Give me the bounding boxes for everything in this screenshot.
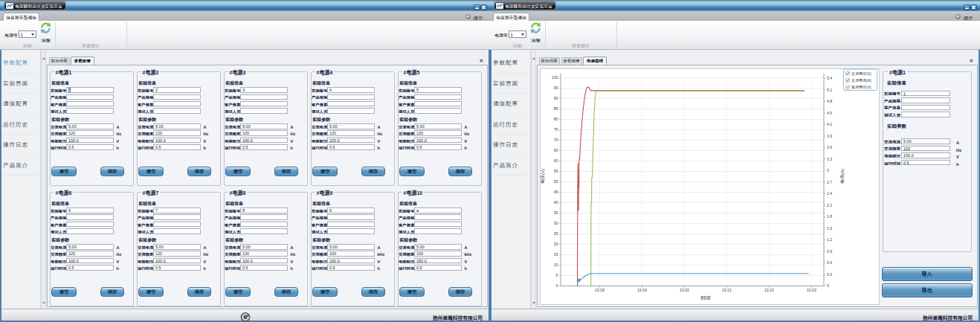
svg-text:4.2: 4.2 (827, 121, 832, 126)
svg-text:3.6: 3.6 (827, 144, 832, 149)
svg-text:90: 90 (554, 95, 558, 100)
svg-text:13:22: 13:22 (764, 287, 774, 292)
svg-text:20: 20 (554, 241, 558, 246)
svg-text:50: 50 (554, 178, 558, 184)
svg-text:13:20: 13:20 (680, 287, 689, 292)
svg-text:5.1: 5.1 (827, 86, 832, 91)
svg-text:0.6: 0.6 (827, 260, 832, 265)
svg-text:13:21: 13:21 (722, 287, 732, 292)
svg-text:3.3: 3.3 (827, 155, 832, 161)
svg-text:45: 45 (554, 189, 558, 194)
svg-text:电压(V): 电压(V) (540, 168, 546, 183)
svg-text:2.7: 2.7 (827, 178, 832, 184)
svg-text:4.8: 4.8 (827, 98, 832, 103)
svg-text:1.8: 1.8 (827, 213, 832, 219)
svg-text:40: 40 (554, 199, 558, 205)
svg-text:65: 65 (554, 147, 558, 152)
svg-text:95: 95 (554, 85, 558, 90)
svg-text:0: 0 (556, 283, 558, 288)
svg-text:13:19: 13:19 (637, 287, 647, 292)
svg-text:5: 5 (556, 272, 558, 277)
svg-text:1.2: 1.2 (827, 236, 832, 242)
svg-text:0.3: 0.3 (827, 271, 832, 276)
svg-text:直流电压(V): 直流电压(V) (851, 84, 871, 89)
svg-text:100: 100 (552, 74, 558, 80)
svg-text:0.9: 0.9 (827, 248, 832, 253)
svg-text:15: 15 (554, 251, 558, 257)
svg-text:30: 30 (554, 220, 558, 225)
svg-text:时间: 时间 (700, 294, 710, 301)
svg-text:1.5: 1.5 (827, 225, 832, 230)
svg-text:13:18: 13:18 (595, 287, 605, 292)
svg-text:2.1: 2.1 (827, 202, 832, 207)
svg-text:3.9: 3.9 (827, 132, 832, 138)
svg-text:75: 75 (554, 126, 558, 132)
svg-text:0: 0 (827, 283, 829, 288)
svg-text:3: 3 (827, 167, 829, 173)
svg-text:70: 70 (554, 137, 558, 142)
svg-text:4.5: 4.5 (827, 109, 832, 115)
svg-text:电流(A): 电流(A) (839, 168, 845, 183)
svg-text:85: 85 (554, 106, 558, 111)
svg-text:13:23: 13:23 (807, 287, 816, 292)
svg-text:交流电压(V): 交流电压(V) (851, 70, 871, 75)
svg-text:交流电流(A): 交流电流(A) (851, 77, 871, 83)
svg-text:80: 80 (554, 116, 558, 121)
svg-text:25: 25 (554, 231, 558, 236)
svg-text:55: 55 (554, 168, 558, 173)
svg-text:2.4: 2.4 (827, 190, 832, 196)
svg-text:35: 35 (554, 210, 558, 215)
svg-text:60: 60 (554, 158, 558, 163)
svg-text:10: 10 (554, 262, 558, 267)
svg-text:5.4: 5.4 (827, 75, 832, 80)
